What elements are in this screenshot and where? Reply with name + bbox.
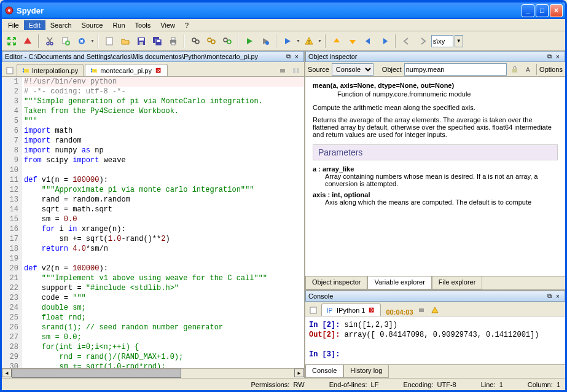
editor-split-icon[interactable] [291,65,302,76]
open-file-icon[interactable] [118,34,133,49]
console-timer: 00:04:03 [386,308,413,316]
svg-point-21 [224,38,227,42]
svg-point-20 [211,40,215,44]
editor-tab[interactable]: Interpolation.py [17,64,84,76]
minimize-button[interactable]: _ [522,4,534,17]
toolbar-search-input[interactable] [431,35,453,47]
menu-run[interactable]: Run [108,20,130,30]
close-window-button[interactable]: × [550,4,563,17]
svg-text:IP: IP [327,307,333,314]
console-opts-icon[interactable] [416,305,427,316]
svg-point-22 [227,40,231,44]
bottom-tab[interactable]: Variable explorer [367,276,431,289]
menu-source[interactable]: Source [77,20,108,30]
console-tab[interactable]: IP IPython 1 ⊠ [321,304,381,316]
editor-undock-icon[interactable]: ⧉ [284,52,292,61]
svg-point-2 [47,42,49,45]
svg-point-3 [50,42,53,45]
new-file-icon[interactable] [102,34,117,49]
console-output[interactable]: In [2]: sin([1,2,3])Out[2]: array([ 0.84… [305,316,565,364]
console-bottom-tabs: ConsoleHistory log [305,364,565,378]
back-icon[interactable] [399,34,414,49]
maximize-button[interactable]: □ [536,4,549,17]
fullscreen-icon[interactable] [4,34,19,49]
warning-icon[interactable]: ! [302,34,316,49]
menu-tools[interactable]: Tools [130,20,156,30]
main-window: Spyder _ □ × FileEditSearchSourceRunTool… [0,0,567,392]
run-icon[interactable] [242,34,257,49]
params-header: Parameters [313,144,558,160]
console-warn-icon[interactable] [429,305,440,316]
run-settings-icon[interactable] [258,34,273,49]
svg-rect-10 [139,42,143,45]
save-icon[interactable] [134,34,149,49]
save-all-icon[interactable] [150,34,165,49]
editor-close-icon[interactable]: × [292,52,301,61]
forward-icon[interactable] [415,34,430,49]
console-pane-title: Console ⧉ × [305,291,565,302]
console-tabbar: IP IPython 1 ⊠ 00:04:03 [305,302,565,316]
inspector-pane-title: Object inspector ⧉ × [305,51,565,62]
svg-text:A: A [526,66,530,73]
bottom-tab[interactable]: Console [305,365,343,378]
console-list-icon[interactable] [308,305,319,316]
object-label: Object [382,66,402,73]
inspector-lock-icon[interactable] [509,64,520,75]
svg-point-19 [208,38,211,42]
nav-up-icon[interactable] [329,34,344,49]
debug-icon[interactable] [280,34,295,49]
inspector-close-icon[interactable]: × [553,52,562,61]
nav-next-icon[interactable] [377,34,392,49]
svg-text:!: ! [308,39,310,45]
console-close-icon[interactable]: × [553,292,562,300]
nav-down-icon[interactable] [345,34,360,49]
tab-list-icon[interactable] [4,65,15,76]
menu-?[interactable]: ? [180,20,194,30]
console-undock-icon[interactable]: ⧉ [545,292,553,300]
svg-rect-9 [139,38,144,41]
bottom-tab[interactable]: History log [343,365,389,378]
editor-hscroll[interactable]: ◄ ► [2,368,304,378]
find-icon[interactable] [188,34,203,49]
scroll-left-icon[interactable]: ◄ [2,369,12,377]
desc-1: Compute the arithmetic mean along the sp… [313,104,558,111]
menu-search[interactable]: Search [45,20,77,30]
object-input[interactable] [404,63,507,76]
menu-file[interactable]: File [3,20,24,30]
inspector-undock-icon[interactable]: ⧉ [545,52,553,61]
editor-path: Editor - C:\Documents and Settings\carlo… [5,53,284,60]
tab-close-icon[interactable]: ⊠ [154,66,162,74]
svg-point-23 [265,41,269,45]
toolbar-search-dropdown[interactable]: ▼ [455,35,463,47]
cut-icon[interactable] [42,34,57,49]
desc-2: Returns the average of the array element… [313,116,558,138]
editor-opts-icon[interactable] [277,65,288,76]
nav-prev-icon[interactable] [361,34,376,49]
bottom-tab[interactable]: File explorer [432,276,483,289]
find-files-icon[interactable] [204,34,219,49]
svg-point-1 [8,9,10,12]
marker-icon[interactable] [20,34,35,49]
menu-view[interactable]: View [155,20,180,30]
titlebar[interactable]: Spyder _ □ × [2,2,565,19]
svg-rect-27 [297,68,299,73]
module-line: Function of numpy.core.fromnumeric modul… [337,90,558,98]
inspector-font-icon[interactable]: A [523,64,534,75]
print-icon[interactable] [166,34,181,49]
preferences-icon[interactable] [74,34,89,49]
bottom-tab[interactable]: Object inspector [305,276,367,289]
source-select[interactable]: Console [332,63,373,76]
editor-pane-title: Editor - C:\Documents and Settings\carlo… [2,51,304,62]
find-replace-icon[interactable] [220,34,235,49]
inspector-content: mean(a, axis=None, dtype=None, out=None)… [305,77,565,276]
svg-rect-30 [310,307,316,313]
code-editor[interactable]: 1234567891011121314151617181920212223242… [2,77,304,368]
options-label[interactable]: Options [539,66,563,73]
add-file-icon[interactable] [58,34,73,49]
editor-tab[interactable]: montecarlo_pi.py⊠ [85,64,168,76]
console-tab-close-icon[interactable]: ⊠ [367,306,375,314]
inspector-toolbar: Source Console Object A Options [305,62,565,77]
menu-edit[interactable]: Edit [24,20,45,30]
scroll-right-icon[interactable]: ► [294,369,304,377]
svg-rect-7 [106,37,112,45]
